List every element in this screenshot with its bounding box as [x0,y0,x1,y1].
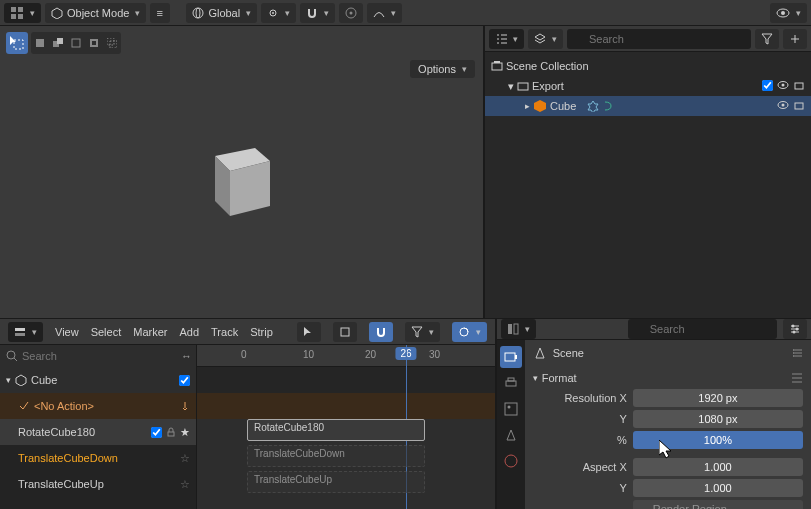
strip-down[interactable]: TranslateCubeDown [247,445,425,467]
snap-toggle[interactable] [300,3,335,23]
field-resolution-pct[interactable]: 100% [633,431,803,449]
proportional-edit[interactable] [339,3,363,23]
channel-search[interactable] [4,350,181,362]
snap-tool[interactable] [333,322,357,342]
select-new[interactable] [31,32,49,54]
tab-render[interactable] [500,346,522,368]
svg-marker-45 [16,375,26,386]
pivot-selector[interactable] [261,3,296,23]
outliner-search[interactable] [567,29,751,49]
eye-icon[interactable] [777,100,789,110]
preset-icon[interactable] [791,373,803,383]
cube-icon [51,7,63,19]
svg-point-62 [793,352,794,354]
options-button[interactable]: Options [410,60,475,78]
track-down[interactable]: TranslateCubeDown ☆ [0,445,196,471]
collection-icon [491,60,503,72]
filter-dropdown[interactable] [405,322,440,342]
mode-selector[interactable]: Object Mode [45,3,146,23]
lock-icon[interactable] [166,427,176,437]
globe-icon [192,7,204,19]
select-tool[interactable] [6,32,28,54]
resize-icon[interactable]: ↔ [181,350,192,362]
select-extend[interactable] [49,32,67,54]
track-rotate[interactable]: RotateCube180 ★ [0,419,196,445]
visibility-selector[interactable] [770,3,807,23]
field-aspect-y[interactable]: 1.000 [633,479,803,497]
filter-button[interactable] [755,29,779,49]
svg-point-59 [507,406,510,409]
field-aspect-x[interactable]: 1.000 [633,458,803,476]
tree-row-scene-collection[interactable]: Scene Collection [485,56,811,76]
menu-view[interactable]: View [55,326,79,338]
outliner-panel: Scene Collection ▾ Export ▸ Cube [484,26,811,318]
3d-viewport[interactable]: Options [0,26,484,318]
nla-tracks-area[interactable]: 0 10 20 30 26 RotateCube180 TranslateCub… [197,345,495,509]
track-up[interactable]: TranslateCubeUp ☆ [0,471,196,497]
menu-marker[interactable]: Marker [133,326,167,338]
disclosure-icon[interactable]: ▸ [525,101,530,111]
track-enable[interactable] [151,427,162,438]
cube-mesh[interactable] [200,136,280,226]
orientation-label: Global [208,7,240,19]
outliner-display[interactable] [528,29,563,49]
modifier-icon [602,100,614,112]
star-icon[interactable]: ★ [180,426,190,439]
props-search[interactable] [628,319,777,339]
props-options[interactable] [783,319,807,339]
camera-icon[interactable] [793,80,805,92]
tab-viewlayer[interactable] [500,398,522,420]
props-type[interactable] [501,319,536,339]
menu-select[interactable]: Select [91,326,122,338]
tab-output[interactable] [500,372,522,394]
channel-noaction[interactable]: <No Action> [0,393,196,419]
menu-expand-icon[interactable]: ≡ [150,3,170,23]
list-toggle-icon[interactable] [793,348,803,358]
editor-type-selector[interactable] [4,3,41,23]
frame-ruler[interactable]: 0 10 20 30 26 [197,345,495,367]
format-panel-header[interactable]: ▾ Format [533,368,803,388]
marker-sync[interactable] [452,322,487,342]
svg-point-8 [272,12,274,14]
layers-icon [534,33,546,45]
new-collection[interactable] [783,29,807,49]
proportional-falloff[interactable] [367,3,402,23]
nla-type[interactable] [8,322,43,342]
tab-world[interactable] [500,450,522,472]
menu-track[interactable]: Track [211,326,238,338]
svg-rect-47 [508,324,512,334]
nla-editor: View Select Marker Add Track Strip ↔ ▾ [0,319,496,509]
field-resolution-x[interactable]: 1920 px [633,389,803,407]
channel-object[interactable]: ▾ Cube [0,367,196,393]
menu-strip[interactable]: Strip [250,326,273,338]
orientation-selector[interactable]: Global [186,3,257,23]
tree-row-cube[interactable]: ▸ Cube [485,96,811,116]
mode-label: Object Mode [67,7,129,19]
snap-enabled[interactable] [369,322,393,342]
star-icon[interactable]: ☆ [180,452,190,465]
tab-scene[interactable] [500,424,522,446]
cursor-tool[interactable] [297,322,321,342]
svg-point-36 [782,104,785,107]
svg-rect-38 [15,328,25,331]
outliner-type[interactable] [489,29,524,49]
channel-mute[interactable] [179,375,190,386]
strip-rotate[interactable]: RotateCube180 [247,419,425,441]
exclude-checkbox[interactable] [762,80,773,91]
disclosure-icon[interactable]: ▾ [508,80,514,93]
pin-icon[interactable] [180,401,190,411]
eye-icon[interactable] [777,80,789,90]
field-resolution-y[interactable]: 1080 px [633,410,803,428]
select-invert[interactable] [85,32,103,54]
camera-icon[interactable] [793,100,805,112]
select-mode-group [31,32,121,54]
select-subtract[interactable] [67,32,85,54]
properties-panel: Scene ▾ Format Resolution X 1920 px Y 10… [496,319,811,509]
svg-rect-33 [795,83,803,89]
tree-row-export[interactable]: ▾ Export [485,76,811,96]
menu-add[interactable]: Add [179,326,199,338]
star-icon[interactable]: ☆ [180,478,190,491]
svg-point-60 [505,455,517,467]
select-intersect[interactable] [103,32,121,54]
strip-up[interactable]: TranslateCubeUp [247,471,425,493]
